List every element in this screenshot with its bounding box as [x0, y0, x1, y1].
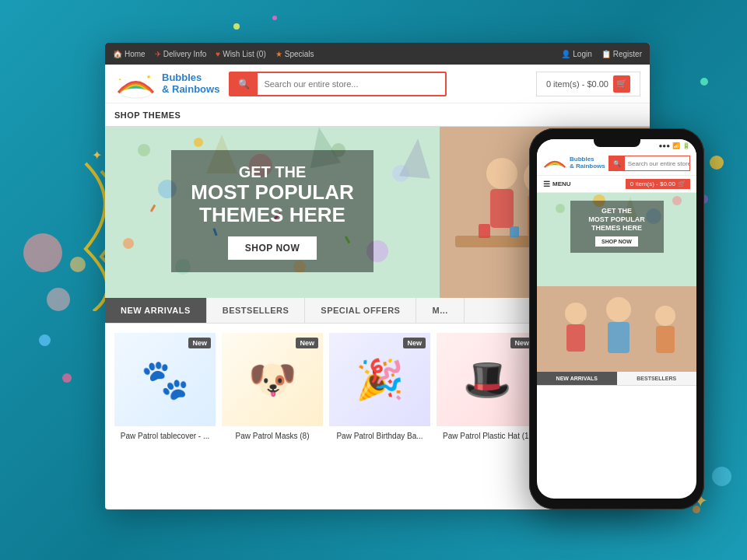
- search-input[interactable]: [258, 73, 445, 95]
- cart-icon: 🛒: [613, 75, 630, 93]
- register-icon: 📋: [601, 50, 611, 58]
- site-header: ★ ✦ Bubbles & Rainbows 🔍 0 item(s) - $0.…: [105, 65, 650, 103]
- phone-notch: [594, 139, 640, 147]
- nav-wishlist-label: Wish List (0): [223, 50, 266, 58]
- svg-rect-28: [479, 224, 490, 238]
- svg-point-21: [486, 158, 517, 189]
- hero-left: GET THE MOST POPULAR THEMES HERE SHOP NO…: [105, 127, 440, 298]
- hero-title-line3: THEMES HERE: [190, 204, 355, 226]
- product-badge-2: New: [296, 338, 318, 348]
- phone-menu-left[interactable]: ☰ MENU: [543, 180, 571, 188]
- svg-point-32: [545, 165, 563, 170]
- svg-rect-16: [150, 205, 156, 212]
- phone-cart-icon: 🛒: [678, 180, 686, 187]
- nav-home-label: Home: [124, 50, 146, 58]
- product-card-4[interactable]: 🎩 New Paw Patrol Plastic Hat (1): [437, 333, 538, 441]
- product-image-2: 🐶 New: [222, 333, 323, 426]
- svg-text:✦: ✦: [118, 77, 121, 82]
- nav-wishlist[interactable]: ♥ Wish List (0): [216, 50, 266, 58]
- svg-marker-15: [399, 137, 433, 178]
- phone-tab-bestsellers-label: BESTSELLERS: [637, 376, 676, 381]
- tab-special-offers-label: SPECIAL OFFERS: [321, 306, 400, 315]
- svg-rect-45: [656, 326, 675, 353]
- svg-rect-22: [490, 189, 514, 228]
- nav-login[interactable]: 👤 Login: [561, 50, 591, 58]
- battery-icon: 🔋: [682, 142, 690, 149]
- themes-bar: SHOP THEMES: [105, 103, 650, 127]
- svg-point-42: [606, 297, 631, 322]
- themes-bar-label: SHOP THEMES: [114, 110, 181, 120]
- tab-bestsellers[interactable]: BESTSELLERS: [207, 298, 306, 323]
- signal-icon: ●●●: [659, 142, 671, 149]
- svg-point-2: [121, 88, 151, 97]
- svg-point-3: [138, 144, 150, 156]
- phone-shop-now-button[interactable]: SHOP NOW: [595, 236, 638, 247]
- phone-tab-new-arrivals-label: NEW ARRIVALS: [556, 376, 598, 381]
- logo-image: ★ ✦: [114, 68, 157, 100]
- nav-register[interactable]: 📋 Register: [601, 50, 642, 58]
- nav-home[interactable]: 🏠 Home: [113, 50, 146, 58]
- specials-icon: ★: [275, 50, 282, 58]
- nav-specials[interactable]: ★ Specials: [275, 50, 314, 58]
- nav-delivery[interactable]: ✈ Delivery Info: [155, 50, 207, 58]
- phone-cart-label: 0 item(s) - $0.00: [630, 180, 675, 187]
- hamburger-icon: ☰: [543, 180, 550, 188]
- tab-more-label: M...: [432, 306, 447, 315]
- phone-specials-section: SHOP SPECIALS: [537, 286, 696, 372]
- svg-point-9: [123, 238, 134, 249]
- hero-title-line2: MOST POPULAR: [190, 181, 355, 204]
- phone-cart[interactable]: 0 item(s) - $0.00 🛒: [626, 179, 690, 189]
- nav-specials-label: Specials: [285, 50, 314, 58]
- top-navigation: 🏠 Home ✈ Delivery Info ♥ Wish List (0) ★…: [105, 43, 650, 65]
- hero-text-box: GET THE MOST POPULAR THEMES HERE SHOP NO…: [171, 150, 374, 272]
- search-button[interactable]: 🔍: [230, 73, 258, 95]
- phone-hero-title-1: GET THE: [580, 207, 654, 215]
- product-card-3[interactable]: 🎉 New Paw Patrol Birthday Ba...: [329, 333, 430, 441]
- logo-area[interactable]: ★ ✦ Bubbles & Rainbows: [114, 68, 219, 100]
- product-card-1[interactable]: 🐾 New Paw Patrol tablecover - ...: [114, 333, 216, 441]
- product-title-4: Paw Patrol Plastic Hat (1): [437, 431, 538, 441]
- svg-point-37: [672, 196, 682, 205]
- phone-logo: [543, 155, 566, 172]
- logo-line2: & Rainbows: [162, 84, 219, 95]
- phone-header: Bubbles & Rainbows 🔍: [537, 152, 696, 176]
- phone-hero-title-3: THEMES HERE: [580, 224, 654, 233]
- logo-line1: Bubbles: [162, 72, 219, 83]
- svg-point-44: [655, 306, 675, 326]
- tab-new-arrivals[interactable]: NEW ARRIVALS: [105, 298, 207, 323]
- hero-shop-now-button[interactable]: SHOP NOW: [228, 236, 317, 260]
- phone-outer: ●●● 📶 🔋 Bubbles & Rainbows: [529, 128, 704, 509]
- wifi-icon: 📶: [672, 142, 680, 149]
- product-image-4: 🎩 New: [437, 333, 538, 426]
- phone-hero: GET THE MOST POPULAR THEMES HERE SHOP NO…: [537, 193, 696, 286]
- tab-bestsellers-label: BESTSELLERS: [223, 306, 289, 315]
- cart-button[interactable]: 0 item(s) - $0.00 🛒: [536, 72, 640, 96]
- phone-screen: ●●● 📶 🔋 Bubbles & Rainbows: [537, 139, 696, 499]
- star-decoration-2: ✦: [92, 148, 102, 163]
- tab-more[interactable]: M...: [416, 298, 464, 323]
- svg-point-5: [194, 138, 203, 147]
- svg-point-40: [565, 303, 587, 324]
- phone-tab-new-arrivals[interactable]: NEW ARRIVALS: [537, 372, 617, 385]
- phone-search-bar: 🔍: [608, 156, 690, 171]
- hero-title-line1: GET THE: [190, 163, 355, 181]
- product-card-2[interactable]: 🐶 New Paw Patrol Masks (8): [222, 333, 323, 441]
- svg-rect-41: [566, 324, 585, 352]
- phone-menu-label: MENU: [552, 180, 571, 187]
- product-title-1: Paw Patrol tablecover - ...: [114, 431, 216, 441]
- home-icon: 🏠: [113, 50, 122, 58]
- product-image-3: 🎉 New: [329, 333, 430, 426]
- nav-delivery-label: Delivery Info: [163, 50, 207, 58]
- phone-tabs: NEW ARRIVALS BESTSELLERS: [537, 372, 696, 386]
- svg-text:★: ★: [146, 74, 151, 80]
- nav-login-label: Login: [573, 50, 591, 58]
- phone-tab-bestsellers[interactable]: BESTSELLERS: [617, 372, 697, 385]
- product-badge-1: New: [188, 338, 211, 348]
- phone-hero-text: GET THE MOST POPULAR THEMES HERE SHOP NO…: [570, 201, 664, 253]
- product-title-2: Paw Patrol Masks (8): [222, 431, 323, 441]
- phone-search-button[interactable]: 🔍: [609, 156, 625, 170]
- tab-special-offers[interactable]: SPECIAL OFFERS: [305, 298, 416, 323]
- svg-point-34: [556, 204, 565, 213]
- phone-search-input[interactable]: [625, 156, 690, 170]
- svg-rect-43: [608, 322, 630, 353]
